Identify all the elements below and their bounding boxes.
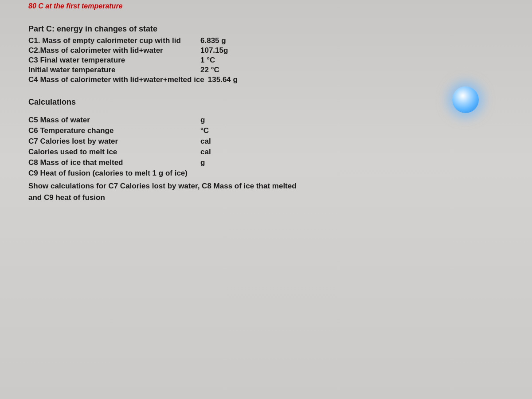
c6-row: C6 Temperature change °C bbox=[28, 126, 504, 135]
calories-melt-row: Calories used to melt ice cal bbox=[28, 148, 504, 156]
c5-row: C5 Mass of water g bbox=[28, 116, 504, 125]
c5-label: C5 Mass of water bbox=[28, 116, 197, 125]
show-calcs-text: Show calculations for C7 Calories lost b… bbox=[28, 180, 504, 203]
initial-temp-label: Initial water temperature bbox=[28, 66, 197, 74]
c9-row: C9 Heat of fusion (calories to melt 1 g … bbox=[28, 169, 504, 178]
c8-row: C8 Mass of ice that melted g bbox=[28, 158, 504, 167]
show-calcs-line2: and C9 heat of fusion bbox=[28, 193, 105, 202]
c3-row: C3 Final water temperature 1 °C bbox=[28, 56, 504, 65]
c3-value: 1 °C bbox=[200, 56, 215, 65]
calories-melt-label: Calories used to melt ice bbox=[28, 148, 197, 156]
show-calcs-line1: Show calculations for C7 Calories lost b… bbox=[28, 182, 297, 190]
c1-label: C1. Mass of empty calorimeter cup with l… bbox=[28, 36, 197, 45]
section-title-row: Part C: energy in changes of state bbox=[28, 24, 504, 35]
c4-label: C4 Mass of calorimeter with lid+water+me… bbox=[28, 75, 204, 84]
c5-unit: g bbox=[200, 116, 205, 125]
section-title: Part C: energy in changes of state bbox=[28, 24, 157, 34]
c4-value: 135.64 g bbox=[208, 75, 238, 84]
calculations-section: Calculations C5 Mass of water g C6 Tempe… bbox=[28, 98, 504, 203]
c7-row: C7 Calories lost by water cal bbox=[28, 137, 504, 146]
c2-row: C2.Mass of calorimeter with lid+water 10… bbox=[28, 46, 504, 55]
calculations-title: Calculations bbox=[28, 98, 504, 107]
c7-unit: cal bbox=[200, 137, 211, 146]
c2-value: 107.15g bbox=[200, 46, 228, 55]
main-content: Part C: energy in changes of state C1. M… bbox=[28, 24, 504, 203]
c2-label: C2.Mass of calorimeter with lid+water bbox=[28, 46, 197, 55]
top-partial-text: 80 C at the first temperature bbox=[28, 2, 123, 10]
initial-temp-row: Initial water temperature 22 °C bbox=[28, 66, 504, 74]
top-strip: 80 C at the first temperature bbox=[0, 0, 532, 12]
c1-row: C1. Mass of empty calorimeter cup with l… bbox=[28, 36, 504, 45]
c4-row: C4 Mass of calorimeter with lid+water+me… bbox=[28, 75, 504, 84]
c1-value: 6.835 g bbox=[200, 36, 226, 45]
c9-label: C9 Heat of fusion (calories to melt 1 g … bbox=[28, 169, 188, 178]
page-background: 80 C at the first temperature Part C: en… bbox=[0, 0, 532, 399]
c3-label: C3 Final water temperature bbox=[28, 56, 197, 65]
c8-unit: g bbox=[200, 158, 205, 167]
c7-label: C7 Calories lost by water bbox=[28, 137, 197, 146]
c8-label: C8 Mass of ice that melted bbox=[28, 158, 197, 167]
c6-unit: °C bbox=[200, 126, 209, 135]
initial-temp-value: 22 °C bbox=[200, 66, 219, 74]
c6-label: C6 Temperature change bbox=[28, 126, 197, 135]
calories-melt-unit: cal bbox=[200, 148, 211, 156]
